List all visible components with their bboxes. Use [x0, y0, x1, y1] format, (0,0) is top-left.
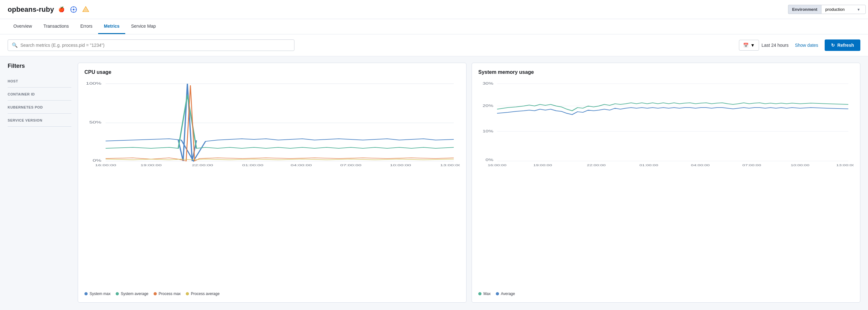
environment-dropdown[interactable]: production staging development: [821, 5, 866, 14]
filters-sidebar: Filters HOST CONTAINER ID KUBERNETES POD…: [8, 63, 71, 303]
svg-text:04:00:00: 04:00:00: [290, 164, 312, 167]
tab-transactions[interactable]: Transactions: [38, 19, 74, 34]
refresh-button[interactable]: ↻ Refresh: [825, 39, 860, 51]
legend-system-max-dot: [85, 292, 88, 296]
legend-memory-average: Average: [496, 291, 515, 296]
legend-memory-max: Max: [478, 291, 491, 296]
memory-chart-svg: 30% 20% 10% 0% 16:00:00 19:00:00: [478, 79, 854, 168]
filter-service-version-label: SERVICE VERSION: [8, 118, 42, 122]
svg-text:22:00:00: 22:00:00: [587, 164, 606, 167]
legend-process-max: Process max: [154, 291, 181, 296]
svg-text:07:00:00: 07:00:00: [742, 164, 761, 167]
svg-text:19:00:00: 19:00:00: [141, 164, 162, 167]
cpu-chart-svg-container: 100% 50% 0%: [85, 79, 460, 288]
tab-service-map[interactable]: Service Map: [125, 19, 161, 34]
svg-text:16:00:00: 16:00:00: [95, 164, 116, 167]
svg-text:07:00:00: 07:00:00: [340, 164, 362, 167]
filter-host-label: HOST: [8, 79, 18, 83]
legend-memory-max-dot: [478, 292, 482, 296]
legend-memory-average-dot: [496, 292, 499, 296]
filter-host[interactable]: HOST: [8, 74, 71, 88]
svg-text:100%: 100%: [86, 82, 102, 85]
legend-process-max-dot: [154, 292, 157, 296]
svg-text:16:00:00: 16:00:00: [488, 164, 506, 167]
cpu-chart-legend: System max System average Process max Pr…: [85, 291, 460, 296]
opentelemetry-icon: [81, 5, 90, 14]
svg-text:13:00:00: 13:00:00: [440, 164, 460, 167]
tab-errors[interactable]: Errors: [74, 19, 98, 34]
top-header: opbeans-ruby 🍎 Environment production: [0, 0, 868, 19]
search-box[interactable]: 🔍: [8, 39, 294, 51]
calendar-button[interactable]: 📅 ▼: [739, 40, 759, 50]
memory-chart-svg-container: 30% 20% 10% 0% 16:00:00 19:00:00: [478, 79, 854, 288]
legend-system-average-label: System average: [121, 291, 149, 296]
chevron-down-icon: ▼: [750, 43, 755, 48]
svg-text:50%: 50%: [89, 120, 101, 124]
environment-selector[interactable]: Environment production staging developme…: [788, 5, 860, 14]
legend-process-average-label: Process average: [191, 291, 220, 296]
legend-system-average-dot: [116, 292, 119, 296]
search-icon: 🔍: [12, 42, 18, 48]
cpu-usage-chart: CPU usage 100% 50% 0%: [78, 63, 466, 303]
time-range-label: Last 24 hours: [762, 43, 789, 48]
filter-kubernetes-pod[interactable]: KUBERNETES POD: [8, 101, 71, 114]
legend-memory-average-label: Average: [501, 291, 515, 296]
legend-process-average-dot: [186, 292, 189, 296]
svg-text:13:00:00: 13:00:00: [836, 164, 854, 167]
filter-container-id[interactable]: CONTAINER ID: [8, 88, 71, 101]
show-dates-button[interactable]: Show dates: [791, 40, 822, 50]
tab-overview[interactable]: Overview: [8, 19, 38, 34]
svg-text:04:00:00: 04:00:00: [691, 164, 710, 167]
svg-text:0%: 0%: [93, 159, 101, 162]
legend-process-average: Process average: [186, 291, 220, 296]
svg-text:10:00:00: 10:00:00: [390, 164, 411, 167]
app-title-area: opbeans-ruby 🍎: [8, 5, 90, 14]
time-area: 📅 ▼ Last 24 hours Show dates ↻ Refresh: [739, 39, 860, 51]
ruby-icon: 🍎: [57, 5, 66, 14]
app-title: opbeans-ruby: [8, 5, 54, 14]
legend-process-max-label: Process max: [159, 291, 181, 296]
calendar-icon: 📅: [743, 43, 748, 48]
cpu-chart-title: CPU usage: [85, 69, 460, 75]
filters-title: Filters: [8, 63, 71, 69]
main-content: Filters HOST CONTAINER ID KUBERNETES POD…: [0, 56, 868, 309]
filter-service-version[interactable]: SERVICE VERSION: [8, 114, 71, 127]
svg-text:30%: 30%: [483, 82, 493, 85]
kubernetes-icon: [69, 5, 78, 14]
nav-tabs: Overview Transactions Errors Metrics Ser…: [0, 19, 868, 34]
search-input[interactable]: [21, 43, 290, 48]
filter-container-id-label: CONTAINER ID: [8, 92, 35, 96]
svg-text:10%: 10%: [483, 130, 493, 133]
refresh-icon: ↻: [831, 43, 835, 48]
memory-usage-chart: System memory usage 30% 20% 10% 0%: [472, 63, 860, 303]
svg-text:20%: 20%: [483, 104, 493, 108]
legend-memory-max-label: Max: [484, 291, 491, 296]
svg-point-1: [73, 9, 75, 10]
search-bar-area: 🔍 📅 ▼ Last 24 hours Show dates ↻ Refresh: [0, 34, 868, 56]
memory-chart-title: System memory usage: [478, 69, 854, 75]
svg-text:19:00:00: 19:00:00: [533, 164, 552, 167]
charts-area: CPU usage 100% 50% 0%: [78, 63, 860, 303]
environment-label: Environment: [788, 5, 821, 14]
filter-kubernetes-pod-label: KUBERNETES POD: [8, 105, 43, 109]
svg-text:22:00:00: 22:00:00: [192, 164, 213, 167]
tab-metrics[interactable]: Metrics: [98, 19, 125, 34]
svg-text:01:00:00: 01:00:00: [640, 164, 658, 167]
legend-system-max: System max: [85, 291, 111, 296]
cpu-chart-svg: 100% 50% 0%: [85, 79, 460, 168]
svg-text:10:00:00: 10:00:00: [790, 164, 809, 167]
legend-system-max-label: System max: [90, 291, 111, 296]
svg-text:0%: 0%: [486, 158, 493, 162]
legend-system-average: System average: [116, 291, 149, 296]
svg-text:01:00:00: 01:00:00: [242, 164, 264, 167]
memory-chart-legend: Max Average: [478, 291, 854, 296]
